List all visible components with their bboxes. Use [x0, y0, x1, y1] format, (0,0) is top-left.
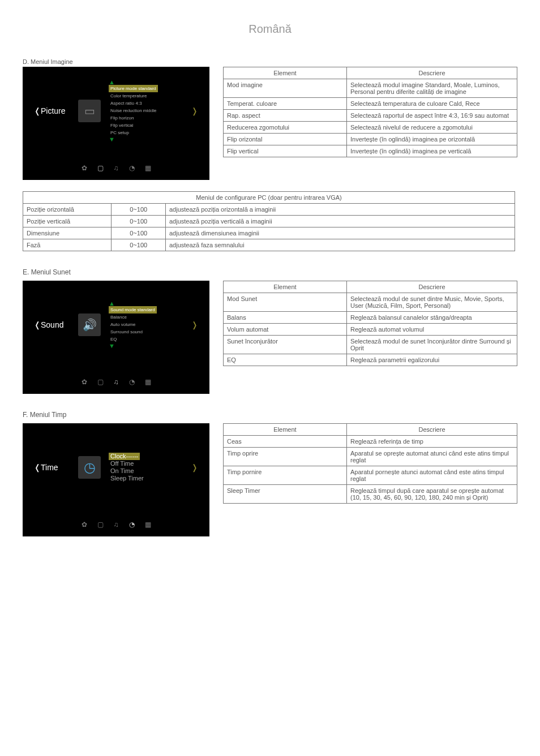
nav-icon-gear: ✿: [82, 164, 87, 172]
pc-cell: Fază: [23, 239, 112, 251]
osd-picture-item-4[interactable]: Flip horizon: [109, 114, 190, 122]
picture-cell: Mod imagine: [224, 79, 347, 98]
picture-cell: Invertește (în oglindă) imaginea pe vert…: [346, 145, 517, 157]
pc-cell: adjustează faza semnalului: [165, 239, 515, 251]
pc-cell: adjustează dimensiunea imaginii: [165, 227, 515, 239]
page-header: Română: [23, 23, 517, 36]
osd-picture-item-2[interactable]: Aspect ratio 4:3: [109, 100, 190, 107]
sound-section-caption: E. Meniul Sunet: [23, 268, 517, 276]
osd-picture-item-1[interactable]: Color temperature: [109, 92, 190, 100]
picture-table: ElementDescriere Mod imagineSelectează m…: [223, 67, 517, 157]
nav-icon-clock: ◔: [129, 164, 135, 172]
osd-picture: ❬Picture ▭ ▲ Picture mode standard Color…: [23, 67, 209, 180]
right-arrow-icon: ❭: [190, 106, 198, 115]
nav-icon-picture: ▢: [97, 378, 104, 386]
osd-sound-label: ❬Sound: [34, 320, 74, 329]
time-cell: Ceas: [224, 436, 347, 448]
osd-time-item-3[interactable]: Sleep Timer: [109, 475, 190, 482]
sound-cell: Balans: [224, 312, 347, 324]
nav-icon-clock: ◔: [129, 378, 135, 386]
picture-cell: Selectează raportul de aspect între 4:3,…: [346, 110, 517, 122]
osd-time: ❬Time ◷ Clock------ Off Time On Time Sle…: [23, 423, 209, 536]
pc-cell: 0~100: [112, 216, 166, 227]
pc-cell: adjustează poziția orizontală a imaginii: [165, 204, 515, 216]
time-cell: Aparatul se oprește automat atunci când …: [346, 448, 517, 466]
picture-cell: Reducerea zgomotului: [224, 122, 347, 134]
time-table: ElementDescriere CeasReglează referința …: [223, 423, 517, 504]
osd-time-item-0[interactable]: Clock------: [109, 453, 140, 460]
time-section-caption: F. Meniul Timp: [23, 411, 517, 419]
up-arrow-icon: ▲: [109, 300, 190, 306]
osd-sound-item-1[interactable]: Balance: [109, 313, 190, 321]
osd-time-label: ❬Time: [34, 463, 74, 472]
picture-cell: Selectează nivelul de reducere a zgomotu…: [346, 122, 517, 134]
picture-th-1: Descriere: [346, 67, 517, 79]
picture-cell: Flip orizontal: [224, 134, 347, 145]
osd-picture-label: ❬Picture: [34, 106, 74, 115]
sound-cell: Reglează automat volumul: [346, 324, 517, 336]
osd-sound-item-4[interactable]: EQ: [109, 336, 190, 343]
right-arrow-icon: ❭: [190, 463, 198, 472]
picture-cell: Rap. aspect: [224, 110, 347, 122]
picture-cell: Invertește (în oglindă) imaginea pe oriz…: [346, 134, 517, 145]
nav-icon-lock: ▦: [145, 521, 151, 529]
nav-icon-note: ♫: [114, 164, 119, 172]
picture-cell: Temperat. culoare: [224, 98, 347, 110]
time-cell: Reglează referința de timp: [346, 436, 517, 448]
time-cell: Timp pornire: [224, 466, 347, 485]
sound-cell: Volum automat: [224, 324, 347, 336]
up-arrow-icon: ▲: [109, 79, 190, 85]
time-cell: Reglează timpul după care aparatul se op…: [346, 485, 517, 504]
pc-cell: 0~100: [112, 239, 166, 251]
pc-cell: Poziție verticală: [23, 216, 112, 227]
sound-cell: Reglează balansul canalelor stânga/dreap…: [346, 312, 517, 324]
osd-picture-item-6[interactable]: PC setup: [109, 129, 190, 136]
sound-cell: Reglează parametrii egalizorului: [346, 354, 517, 366]
nav-icon-lock: ▦: [145, 378, 151, 386]
pc-cell: Dimensiune: [23, 227, 112, 239]
picture-cell: Flip vertical: [224, 145, 347, 157]
pc-cell: Poziție orizontală: [23, 204, 112, 216]
pc-cell: adjustează poziția verticală a imaginii: [165, 216, 515, 227]
picture-cell: Selectează temperatura de culoare Cald, …: [346, 98, 517, 110]
sound-th-0: Element: [224, 281, 347, 293]
picture-section-caption: D. Meniul Imagine: [23, 58, 517, 65]
osd-picture-item-3[interactable]: Noise reduction middle: [109, 107, 190, 114]
time-th-0: Element: [224, 424, 347, 436]
time-cell: Sleep Timer: [224, 485, 347, 504]
pc-cell: 0~100: [112, 227, 166, 239]
osd-sound-item-2[interactable]: Auto volume: [109, 321, 190, 328]
down-arrow-icon: ▼: [109, 343, 190, 349]
sound-cell: Sunet înconjurător: [224, 336, 347, 354]
sound-cell: Selectează modul de sunet înconjurător d…: [346, 336, 517, 354]
osd-time-thumb: ◷: [78, 456, 101, 479]
osd-sound-item-3[interactable]: Surround sound: [109, 328, 190, 336]
osd-time-item-2[interactable]: On Time: [109, 467, 190, 475]
sound-cell: EQ: [224, 354, 347, 366]
nav-icon-picture: ▢: [97, 521, 104, 529]
nav-icon-gear: ✿: [82, 521, 87, 529]
osd-picture-item-0[interactable]: Picture mode standard: [109, 85, 158, 92]
down-arrow-icon: ▼: [109, 136, 190, 142]
pc-setup-table: Meniul de configurare PC (doar pentru in…: [23, 191, 515, 251]
osd-picture-item-5[interactable]: Flip vertical: [109, 122, 190, 129]
nav-icon-clock: ◔: [129, 521, 135, 529]
nav-icon-note: ♫: [114, 521, 119, 529]
right-arrow-icon: ❭: [190, 320, 198, 329]
sound-th-1: Descriere: [346, 281, 517, 293]
osd-time-item-1[interactable]: Off Time: [109, 460, 190, 467]
picture-cell: Selectează modul imagine Standard, Moale…: [346, 79, 517, 98]
time-cell: Timp oprire: [224, 448, 347, 466]
nav-icon-lock: ▦: [145, 164, 151, 172]
osd-sound: ❬Sound 🔊 ▲ Sound mode standard Balance A…: [23, 281, 209, 394]
picture-th-0: Element: [224, 67, 347, 79]
time-th-1: Descriere: [346, 424, 517, 436]
osd-sound-item-0[interactable]: Sound mode standard: [109, 306, 157, 313]
sound-cell: Mod Sunet: [224, 293, 347, 312]
osd-sound-thumb: 🔊: [78, 313, 101, 336]
nav-icon-gear: ✿: [82, 378, 87, 386]
time-cell: Aparatul pornește atunci automat când es…: [346, 466, 517, 485]
sound-cell: Selectează modul de sunet dintre Music, …: [346, 293, 517, 312]
sound-table: ElementDescriere Mod SunetSelectează mod…: [223, 281, 517, 366]
pc-table-caption: Meniul de configurare PC (doar pentru in…: [23, 192, 515, 204]
